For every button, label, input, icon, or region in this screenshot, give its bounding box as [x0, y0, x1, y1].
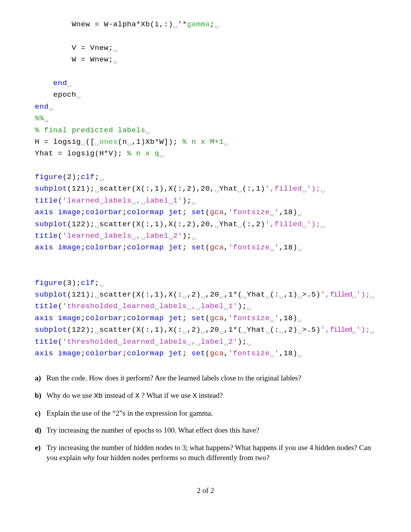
- code-text: ,18): [279, 349, 298, 358]
- space-marker: ␣: [238, 220, 242, 228]
- space-marker: ␣: [141, 196, 146, 205]
- code-kw: title: [35, 196, 58, 205]
- space-marker: ␣: [242, 290, 247, 299]
- space-marker: ␣: [270, 314, 274, 322]
- code-text: ,20: [206, 290, 219, 299]
- code-text: Yhat: [247, 326, 265, 334]
- code-text: );: [238, 338, 247, 346]
- code-text: H = logsig: [35, 138, 81, 146]
- space-marker: ␣: [182, 326, 187, 334]
- code-kw: colormap jet: [127, 349, 182, 358]
- question-e: e) Try increasing the number of hidden n…: [35, 443, 376, 463]
- code-text: (:,2): [242, 220, 265, 228]
- code-str: ');: [307, 220, 320, 228]
- question-body: Try increasing the number of epochs to 1…: [46, 425, 376, 436]
- code-kw: colormap jet: [127, 208, 182, 217]
- code-kw: set: [192, 243, 206, 252]
- code-fn: gamma: [187, 20, 210, 29]
- code-str: ',: [320, 326, 330, 334]
- space-marker: ␣: [196, 338, 201, 346]
- code-kw: subplot: [35, 184, 67, 193]
- code-text: '*: [178, 20, 187, 29]
- code-text: ,1): [284, 290, 298, 299]
- code-kw: title: [35, 232, 58, 240]
- question-letter: e): [35, 443, 46, 463]
- space-marker: ␣: [192, 232, 196, 240]
- code-str: ,: [192, 302, 196, 310]
- code-text: ,: [224, 243, 228, 252]
- space-marker: ␣: [298, 326, 302, 334]
- code-text: Yhat: [247, 290, 265, 299]
- space-marker: ␣: [370, 326, 375, 334]
- code-text: ,2): [284, 326, 298, 334]
- code-kw: colorbar: [86, 314, 122, 322]
- question-d: d) Try increasing the number of epochs t…: [35, 425, 376, 436]
- code-gca: gca: [210, 349, 224, 358]
- space-marker: ␣: [155, 338, 159, 346]
- space-marker: ␣: [118, 338, 122, 346]
- code-str: filled: [330, 326, 351, 334]
- code-str: ');: [356, 290, 370, 299]
- code-kw: colormap jet: [127, 314, 182, 322]
- code-text: epoch: [53, 90, 77, 99]
- code-text: );: [238, 302, 247, 310]
- space-marker: ␣: [270, 208, 274, 217]
- code-kw: colorbar: [86, 349, 122, 358]
- text: ? What if we use: [140, 391, 193, 399]
- code-kw: title: [35, 302, 58, 310]
- code-text: (: [205, 243, 210, 252]
- space-marker: ␣: [214, 20, 219, 29]
- code-str: labels: [104, 232, 132, 240]
- space-marker: ␣: [168, 196, 173, 205]
- code-text: (121);: [67, 290, 94, 299]
- page-number: 2 of 2: [35, 486, 376, 495]
- code-str: 'fontsize: [228, 243, 270, 252]
- space-marker: ␣: [95, 184, 99, 193]
- space-marker: ␣: [155, 302, 159, 310]
- code-gca: gca: [210, 208, 224, 217]
- code-str: 2': [173, 232, 182, 240]
- code-str: ,: [136, 196, 141, 205]
- code-str: 1': [173, 196, 182, 205]
- code-text: scatter(X(:,1),X(:,2),20,: [99, 220, 215, 228]
- space-marker: ␣: [113, 44, 118, 52]
- code-text: );: [182, 232, 192, 240]
- code-str: ',: [320, 290, 330, 299]
- code-kw: clf: [81, 173, 95, 181]
- space-marker: ␣: [44, 114, 49, 123]
- code-text: Yhat = logsig(H*V);: [35, 149, 127, 158]
- code-kw: set: [192, 208, 206, 217]
- code-inline: X: [192, 392, 197, 400]
- space-marker: ␣: [95, 220, 99, 228]
- code-kw: colorbar: [86, 243, 122, 252]
- space-marker: ␣: [298, 314, 302, 322]
- question-letter: a): [35, 373, 46, 384]
- space-marker: ␣: [302, 184, 307, 193]
- space-marker: ␣: [270, 349, 274, 358]
- code-kw: colormap jet: [127, 243, 182, 252]
- question-b: b) Why do we use Xb instead of X ? What …: [35, 390, 376, 401]
- code-str: 'learned: [62, 196, 99, 205]
- code-text: (: [58, 302, 63, 310]
- code-kw: subplot: [35, 326, 67, 334]
- code-text: W = Wnew;: [72, 55, 113, 64]
- code-text: ,18): [279, 208, 298, 217]
- code-text: V = Vnew;: [72, 44, 113, 52]
- space-marker: ␣: [370, 290, 375, 299]
- code-text: ,1*(: [224, 326, 242, 334]
- code-str: label: [146, 232, 169, 240]
- code-kw: clf: [81, 279, 95, 287]
- space-marker: ␣: [187, 338, 192, 346]
- question-letter: c): [35, 408, 46, 419]
- code-text: >.5): [302, 290, 321, 299]
- question-list: a) Run the code. How does it perform? Ar…: [35, 373, 376, 463]
- code-text: (: [58, 232, 63, 240]
- space-marker: ␣: [118, 302, 122, 310]
- code-text: ,: [224, 349, 228, 358]
- space-marker: ␣: [270, 243, 274, 252]
- code-str: label: [201, 338, 224, 346]
- space-marker: ␣: [99, 196, 104, 205]
- question-letter: d): [35, 425, 46, 436]
- question-letter: b): [35, 390, 46, 401]
- code-text: (122);: [67, 326, 94, 334]
